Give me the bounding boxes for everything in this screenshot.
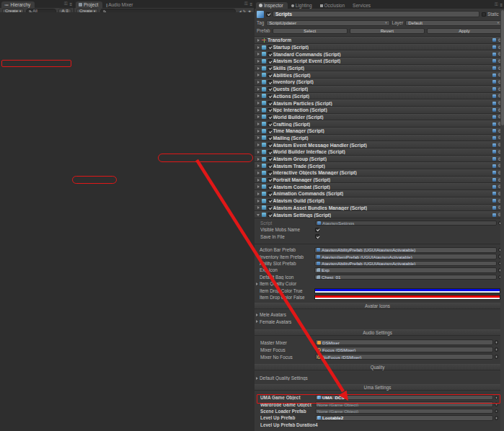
component-enabled-checkbox[interactable] <box>268 108 272 112</box>
expand-arrow-icon[interactable] <box>257 150 260 154</box>
object-picker-icon[interactable] <box>495 416 499 420</box>
component-enabled-checkbox[interactable] <box>268 164 272 168</box>
property-row[interactable]: UMA Game Object UMA_DCS UMA_DCS <box>255 394 500 401</box>
component-header[interactable]: Interactive Objects Manager (Script) ⚙ <box>255 169 504 177</box>
object-picker-icon[interactable] <box>495 340 499 345</box>
component-header[interactable]: Quests (Script) ⚙ <box>255 86 504 93</box>
help-icon[interactable] <box>492 66 496 70</box>
component-enabled-checkbox[interactable] <box>268 101 272 105</box>
expand-arrow-icon[interactable] <box>257 53 260 56</box>
component-header[interactable]: Standard Commands (Script) ⚙ <box>255 50 504 58</box>
help-icon[interactable] <box>492 59 496 63</box>
component-header[interactable]: Skills (Script) ⚙ <box>255 65 504 72</box>
component-enabled-checkbox[interactable] <box>268 115 272 120</box>
object-picker-icon[interactable] <box>495 396 499 400</box>
component-header[interactable]: Atavism Group (Script) ⚙ <box>255 156 504 163</box>
object-field[interactable]: Exp <box>314 267 497 273</box>
component-enabled-checkbox[interactable] <box>268 171 272 175</box>
component-header[interactable]: World Builder (Script) ⚙ <box>255 114 504 121</box>
property-row[interactable]: Item Drop Color False <box>255 294 504 301</box>
expand-arrow-icon[interactable] <box>255 268 259 272</box>
expand-arrow-icon[interactable] <box>255 376 259 380</box>
expand-arrow-icon[interactable] <box>257 213 260 217</box>
component-header[interactable]: Portrait Manager (Script) ⚙ <box>255 177 504 184</box>
component-header[interactable]: Atavism Guild (Script) ⚙ <box>255 197 504 205</box>
object-field[interactable]: None (Game Object) <box>315 409 493 414</box>
help-icon[interactable] <box>492 199 496 203</box>
help-icon[interactable] <box>492 178 496 182</box>
object-field[interactable]: None (Game Object) <box>315 401 493 407</box>
tab-inspector[interactable]: Inspector <box>256 2 288 9</box>
help-icon[interactable] <box>492 136 496 140</box>
property-row[interactable]: Inventory Item Prefab AtavismItemPrefab … <box>255 253 504 259</box>
component-header[interactable]: Atavism Event Message Handler (Script) ⚙ <box>255 141 504 148</box>
help-icon[interactable] <box>492 87 496 91</box>
expand-arrow-icon[interactable] <box>257 45 260 49</box>
help-icon[interactable] <box>492 150 496 154</box>
prefab-action-button[interactable]: Select <box>273 28 348 34</box>
help-icon[interactable] <box>492 102 496 105</box>
component-enabled-checkbox[interactable] <box>268 129 272 133</box>
foldout-row[interactable]: Default Quality Settings <box>255 375 500 381</box>
expand-arrow-icon[interactable] <box>255 296 259 299</box>
scrollbar-thumb[interactable] <box>501 10 504 125</box>
tab-occlusion[interactable]: Occlusion <box>317 2 350 9</box>
component-header[interactable]: Inventory (Script) ⚙ <box>255 79 504 86</box>
object-field[interactable]: AtavismSettings <box>315 221 497 226</box>
color-swatch[interactable] <box>314 288 500 293</box>
expand-arrow-icon[interactable] <box>257 178 260 182</box>
tab-services[interactable]: Services <box>350 2 375 9</box>
property-row[interactable]: Script AtavismSettings <box>255 220 504 226</box>
component-enabled-checkbox[interactable] <box>268 45 272 50</box>
component-header[interactable]: Startup (Script) ⚙ <box>255 44 504 51</box>
component-header[interactable]: Animation Commands (Script) ⚙ <box>255 190 504 197</box>
property-row[interactable]: Level Up Prefab Lootable2 Lootable2 <box>255 414 500 421</box>
component-enabled-checkbox[interactable] <box>268 74 272 78</box>
help-icon[interactable] <box>492 80 496 84</box>
expand-arrow-icon[interactable] <box>255 282 259 285</box>
component-enabled-checkbox[interactable] <box>268 143 272 147</box>
expand-arrow-icon[interactable] <box>255 262 259 265</box>
component-enabled-checkbox[interactable] <box>268 52 272 56</box>
help-icon[interactable] <box>492 206 496 210</box>
help-icon[interactable] <box>492 164 496 168</box>
object-picker-icon[interactable] <box>495 409 499 414</box>
object-picker-icon[interactable] <box>495 402 499 406</box>
component-header[interactable]: World Builder Interface (Script) ⚙ <box>255 148 504 156</box>
component-enabled-checkbox[interactable] <box>268 206 272 210</box>
component-enabled-checkbox[interactable] <box>268 199 272 203</box>
expand-arrow-icon[interactable] <box>257 66 260 70</box>
color-swatch[interactable] <box>314 295 500 300</box>
component-enabled-checkbox[interactable] <box>268 94 272 99</box>
object-field[interactable]: AtavismItemPrefab (UGUIAtavismActivatabl… <box>314 254 497 259</box>
expand-arrow-icon[interactable] <box>255 313 259 316</box>
property-checkbox[interactable] <box>315 228 319 232</box>
expand-arrow-icon[interactable] <box>255 255 259 259</box>
component-header[interactable]: Crafting (Script) ⚙ <box>255 120 504 128</box>
expand-arrow-icon[interactable] <box>257 74 260 77</box>
help-icon[interactable] <box>492 45 496 49</box>
property-row[interactable]: Item Quality Color <box>255 280 504 287</box>
object-field[interactable]: NoFocus (DSMixer) <box>315 354 493 360</box>
prefab-action-button[interactable]: Revert <box>350 28 425 34</box>
layer-dropdown[interactable]: Default▾ <box>405 20 502 26</box>
expand-arrow-icon[interactable] <box>257 185 260 189</box>
component-header[interactable]: Abilities (Script) ⚙ <box>255 71 504 79</box>
component-header[interactable]: Atavism Asset Bundles Manager (Script) ⚙ <box>255 205 504 212</box>
component-header[interactable]: Time Manager (Script) ⚙ <box>255 128 504 135</box>
object-field[interactable]: Chest_01 <box>314 275 497 280</box>
help-icon[interactable] <box>492 129 496 133</box>
panel-menu-icon[interactable]: ≡ <box>249 2 252 6</box>
component-header[interactable]: Npc Interaction (Script) ⚙ <box>255 107 504 114</box>
component-enabled-checkbox[interactable] <box>268 157 272 161</box>
component-enabled-checkbox[interactable] <box>268 87 272 92</box>
help-icon[interactable] <box>492 53 496 56</box>
expand-arrow-icon[interactable] <box>255 248 259 252</box>
property-row[interactable]: Save In File <box>255 234 504 240</box>
expand-arrow-icon[interactable] <box>257 199 260 203</box>
expand-arrow-icon[interactable] <box>257 102 260 105</box>
expand-arrow-icon[interactable] <box>257 123 260 126</box>
expand-arrow-icon[interactable] <box>255 275 259 279</box>
component-header[interactable]: Atavism Trade (Script) ⚙ <box>255 162 504 169</box>
expand-arrow-icon[interactable] <box>257 206 260 210</box>
